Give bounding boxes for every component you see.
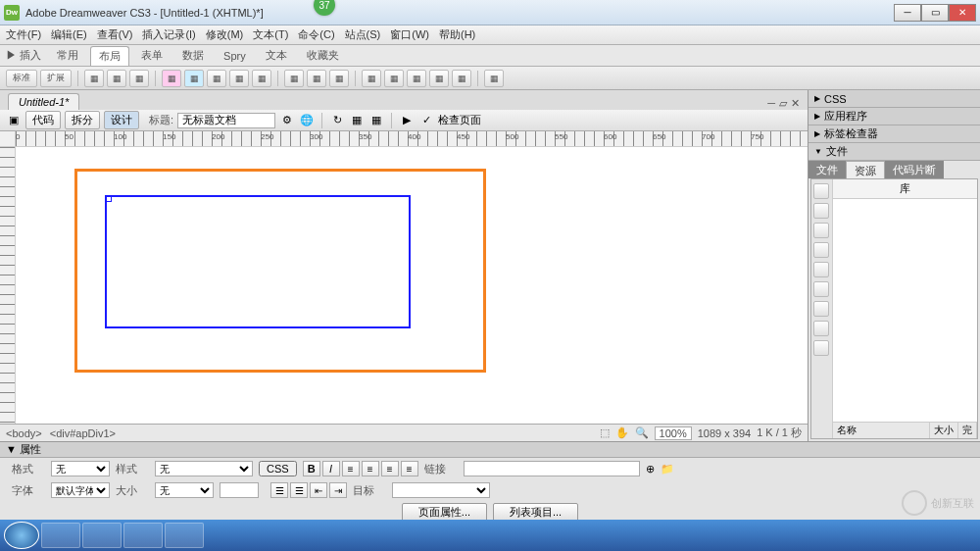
taskbar-item-explorer[interactable] [82, 523, 122, 548]
layout-icon-14[interactable]: ▦ [407, 70, 426, 87]
files-panel-header[interactable]: ▼文件 [808, 143, 980, 161]
tab-snippets[interactable]: 代码片断 [885, 161, 944, 178]
menu-help[interactable]: 帮助(H) [439, 27, 475, 42]
layout-icon-15[interactable]: ▦ [429, 70, 449, 87]
layout-icon-1[interactable]: ▦ [84, 70, 104, 87]
hand-tool-icon[interactable]: ✋ [615, 426, 629, 439]
col-size[interactable]: 大小 [930, 423, 958, 438]
start-button[interactable] [4, 522, 39, 549]
outdent-button[interactable]: ⇤ [310, 482, 327, 498]
menu-edit[interactable]: 编辑(E) [51, 27, 87, 42]
refresh-icon[interactable]: ↻ [329, 113, 345, 128]
document-tab[interactable]: Untitled-1* [8, 93, 79, 110]
tag-panel-header[interactable]: ▶标签检查器 [808, 125, 980, 143]
list-ul-button[interactable]: ☰ [270, 482, 288, 498]
tag-path-div[interactable]: <div#apDiv1> [50, 427, 116, 439]
selection-handle[interactable] [106, 196, 112, 202]
col-full[interactable]: 完 [958, 423, 977, 438]
scripts-icon[interactable] [813, 301, 829, 317]
layout-icon-13[interactable]: ▦ [384, 70, 404, 87]
format-select[interactable]: 无 [51, 461, 110, 476]
flash-icon[interactable] [813, 242, 829, 258]
insert-tab-spry[interactable]: Spry [216, 48, 254, 64]
menu-modify[interactable]: 修改(M) [206, 27, 244, 42]
link-browse-icon[interactable]: ⊕ [646, 463, 655, 476]
layout-icon-17[interactable]: ▦ [484, 70, 504, 87]
menu-view[interactable]: 查看(V) [97, 27, 133, 42]
menu-insert[interactable]: 插入记录(I) [142, 27, 195, 42]
insert-tab-data[interactable]: 数据 [174, 46, 212, 65]
menu-window[interactable]: 窗口(W) [390, 27, 429, 42]
app-panel-header[interactable]: ▶应用程序 [808, 108, 980, 125]
check-page-icon[interactable]: ✓ [418, 113, 434, 128]
toolbar-icon-2[interactable]: 🌐 [299, 113, 315, 128]
font-select[interactable]: 默认字体 [51, 482, 110, 498]
layout-icon-10[interactable]: ▦ [307, 70, 326, 87]
toolbar-icon-4[interactable]: ▦ [368, 113, 384, 128]
shockwave-icon[interactable] [813, 262, 829, 277]
check-page-label[interactable]: 检查页面 [438, 113, 481, 127]
close-button[interactable]: ✕ [949, 4, 976, 22]
select-tool-icon[interactable]: ⬚ [600, 426, 610, 439]
design-view-button[interactable]: 设计 [104, 111, 139, 129]
layout-icon-2[interactable]: ▦ [107, 70, 126, 87]
css-panel-header[interactable]: ▶CSS [808, 90, 980, 108]
insert-tab-common[interactable]: 常用 [49, 46, 86, 65]
outer-div-box[interactable] [74, 169, 486, 373]
layout-icon-9[interactable]: ▦ [284, 70, 304, 87]
toolbar-icon-1[interactable]: ⚙ [279, 113, 295, 128]
insert-label[interactable]: ▶ 插入 [6, 48, 41, 63]
tab-files[interactable]: 文件 [808, 161, 846, 178]
insert-tab-layout[interactable]: 布局 [90, 46, 129, 66]
urls-icon[interactable] [813, 223, 829, 238]
doc-minimize-icon[interactable]: ─ [767, 97, 775, 110]
zoom-select[interactable]: 100% [655, 426, 692, 440]
list-ol-button[interactable]: ☰ [290, 482, 308, 498]
inner-apdiv-box[interactable] [105, 195, 411, 328]
title-input[interactable] [177, 113, 275, 128]
layout-icon-8[interactable]: ▦ [252, 70, 271, 87]
layout-icon-16[interactable]: ▦ [452, 70, 471, 87]
templates-icon[interactable] [813, 321, 829, 336]
doc-restore-icon[interactable]: ▱ [779, 97, 787, 110]
align-center-button[interactable]: ≡ [362, 461, 379, 476]
menu-command[interactable]: 命令(C) [298, 27, 334, 42]
library-icon[interactable] [813, 340, 829, 356]
align-right-button[interactable]: ≡ [381, 461, 399, 476]
zoom-tool-icon[interactable]: 🔍 [635, 426, 649, 439]
doc-close-icon[interactable]: ✕ [791, 97, 800, 110]
link-input[interactable] [464, 461, 640, 476]
layout-icon-6[interactable]: ▦ [207, 70, 226, 87]
insert-tab-fav[interactable]: 收藏夹 [299, 46, 347, 65]
layout-icon-5[interactable]: ▦ [184, 70, 204, 87]
css-button[interactable]: CSS [259, 461, 297, 476]
italic-button[interactable]: I [322, 461, 340, 476]
link-folder-icon[interactable]: 📁 [661, 463, 674, 476]
menu-site[interactable]: 站点(S) [345, 27, 381, 42]
tag-path-body[interactable]: <body> [6, 427, 42, 439]
design-canvas[interactable] [16, 147, 808, 424]
layout-icon-11[interactable]: ▦ [329, 70, 349, 87]
tab-assets[interactable]: 资源 [846, 161, 885, 178]
toolbar-icon-3[interactable]: ▦ [349, 113, 365, 128]
layout-icon-7[interactable]: ▦ [229, 70, 249, 87]
bold-button[interactable]: B [303, 461, 320, 476]
layout-icon-3[interactable]: ▦ [129, 70, 149, 87]
taskbar-item-dreamweaver[interactable] [165, 523, 204, 548]
col-name[interactable]: 名称 [833, 423, 930, 438]
size-select[interactable]: 无 [155, 482, 214, 498]
code-view-button[interactable]: 代码 [25, 111, 61, 129]
insert-tab-text[interactable]: 文本 [258, 46, 295, 65]
insert-tab-form[interactable]: 表单 [133, 46, 171, 65]
align-left-button[interactable]: ≡ [342, 461, 360, 476]
align-justify-button[interactable]: ≡ [401, 461, 418, 476]
size-unit-input[interactable] [220, 482, 259, 498]
taskbar-item-ie[interactable] [41, 523, 80, 548]
properties-header[interactable]: ▼ 属性 [0, 442, 980, 458]
split-view-button[interactable]: 拆分 [65, 111, 100, 129]
minimize-button[interactable]: ─ [894, 4, 921, 22]
taskbar-item-paint[interactable] [123, 523, 163, 548]
window-size[interactable]: 1089 x 394 [698, 427, 751, 439]
layout-icon-4[interactable]: ▦ [162, 70, 181, 87]
standard-button[interactable]: 标准 [6, 70, 37, 87]
